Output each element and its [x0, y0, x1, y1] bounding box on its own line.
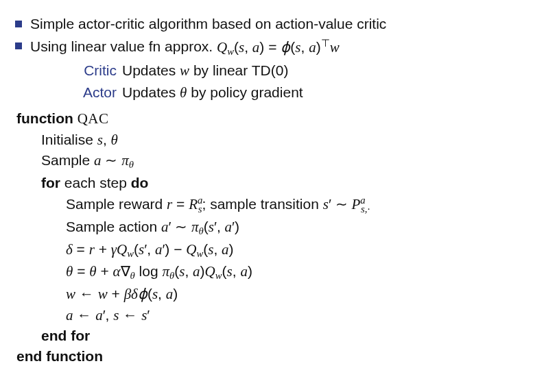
- init-vars: s: [97, 132, 103, 148]
- kw-endfunction: end function: [16, 348, 103, 364]
- def-actor: Actor Updates θ by policy gradient: [71, 82, 518, 103]
- definition-list: Critic Updates w by linear TD(0) Actor U…: [71, 60, 518, 103]
- sample-a-expr: a ∼ πθ: [94, 152, 134, 168]
- square-bullet-icon: [15, 42, 22, 49]
- fn-name: QAC: [78, 110, 109, 127]
- kw-endfor: end for: [41, 328, 90, 343]
- algo-sample-a: Sample a ∼ πθ: [41, 150, 518, 173]
- theta-eq: θ = θ + α∇θ log πθ(s, a)Qw(s, a): [66, 263, 252, 279]
- actor-post: by policy gradient: [187, 84, 303, 100]
- bullet2-prefix: Using linear value fn approx.: [30, 39, 217, 55]
- critic-pre: Updates: [122, 62, 180, 78]
- algo-init: Initialise s, θ: [41, 130, 518, 150]
- action-eq: a′ ∼ πθ(s′, a′): [161, 219, 239, 234]
- sample-a-pre: Sample: [41, 152, 94, 168]
- kw-for: for: [41, 175, 60, 191]
- algorithm-block: function QAC Initialise s, θ Sample a ∼ …: [16, 108, 518, 367]
- def-term-actor: Actor: [71, 82, 117, 103]
- assign-eq: a ← a′, s ← s′: [66, 307, 150, 323]
- algo-delta: δ = r + γQw(s′, a′) − Qw(s, a): [66, 239, 518, 262]
- init-pre: Initialise: [41, 132, 97, 147]
- action-pre: Sample action: [66, 219, 161, 234]
- reward-pre: Sample reward: [66, 196, 167, 212]
- actor-var: θ: [180, 84, 187, 101]
- delta-eq: δ = r + γQw(s′, a′) − Qw(s, a): [66, 241, 234, 257]
- def-term-critic: Critic: [71, 60, 117, 81]
- kw-do: do: [131, 175, 149, 191]
- def-critic: Critic Updates w by linear TD(0): [71, 60, 518, 81]
- for-cond: each step: [60, 175, 131, 191]
- bullet-item-2: Using linear value fn approx. Qw(s, a) =…: [15, 36, 518, 59]
- reward-eq: r = Ras: [167, 196, 202, 212]
- def-desc-actor: Updates θ by policy gradient: [122, 82, 303, 103]
- actor-pre: Updates: [122, 84, 180, 100]
- bullet-text-2: Using linear value fn approx. Qw(s, a) =…: [30, 36, 340, 59]
- algo-endfor: end for: [41, 326, 518, 346]
- algo-assign: a ← a′, s ← s′: [66, 305, 518, 326]
- algo-theta: θ = θ + α∇θ log πθ(s, a)Qw(s, a): [66, 261, 518, 284]
- square-bullet-icon: [15, 21, 22, 27]
- algo-fn-header: function QAC: [16, 108, 518, 129]
- bullet-item-1: Simple actor-critic algorithm based on a…: [15, 14, 518, 34]
- algo-endfn: end function: [16, 346, 518, 367]
- w-eq: w ← w + βδϕ(s, a): [66, 286, 178, 302]
- kw-function: function: [16, 110, 73, 126]
- trans-eq: s′ ∼ Pas,·: [323, 196, 370, 212]
- critic-post: by linear TD(0): [189, 62, 288, 78]
- bullet-text-1: Simple actor-critic algorithm based on a…: [30, 14, 386, 34]
- reward-mid: ; sample transition: [202, 196, 322, 212]
- bullet2-equation: Qw(s, a) = ϕ(s, a)⊤w: [217, 39, 340, 55]
- algo-w-update: w ← w + βδϕ(s, a): [66, 284, 518, 304]
- algo-for: for each step do: [41, 173, 518, 193]
- algo-sample-reward: Sample reward r = Ras; sample transition…: [66, 193, 518, 217]
- def-desc-critic: Updates w by linear TD(0): [122, 60, 288, 81]
- critic-var: w: [180, 62, 189, 79]
- algo-sample-action: Sample action a′ ∼ πθ(s′, a′): [66, 217, 518, 239]
